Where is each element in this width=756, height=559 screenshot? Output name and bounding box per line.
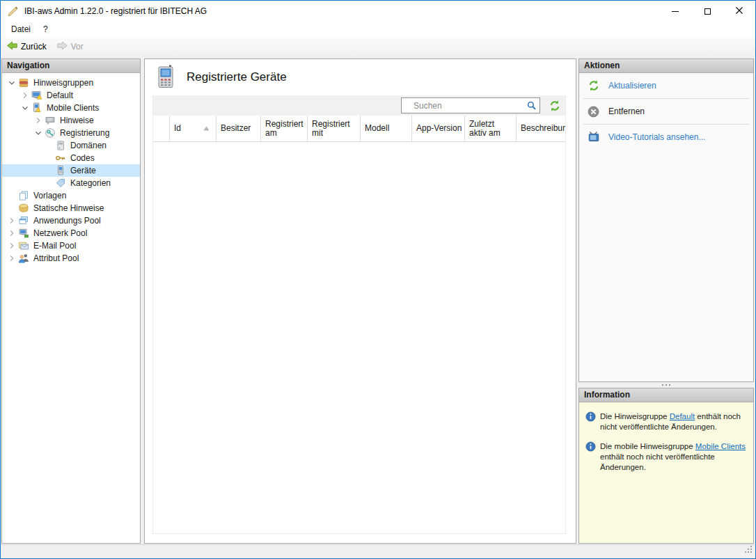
- column-id[interactable]: Id: [170, 116, 216, 141]
- tree-item-codes[interactable]: Codes: [2, 152, 140, 164]
- chevron-expanded-icon[interactable]: [19, 102, 31, 113]
- expander-spacer: [42, 152, 55, 164]
- search-box: [401, 97, 540, 113]
- column-registriert-am[interactable]: Registriert am: [261, 116, 308, 141]
- refresh-icon: [587, 79, 600, 93]
- tree-item-mobile-clients[interactable]: Mobile Clients: [2, 102, 140, 114]
- tree-item-geraete[interactable]: Geräte: [2, 164, 140, 177]
- info-text: Die Hinweisgruppe Default enthält noch n…: [600, 411, 750, 432]
- static-notices-icon: [18, 203, 29, 214]
- tree-item-default[interactable]: Default: [2, 89, 140, 102]
- chevron-collapsed-icon[interactable]: [6, 253, 18, 264]
- column-label: Beschreibung: [521, 124, 565, 133]
- column-zuletzt-aktiv[interactable]: Zuletzt aktiv am: [465, 116, 517, 141]
- column-registriert-mit[interactable]: Registriert mit: [308, 116, 361, 141]
- chevron-collapsed-icon[interactable]: [32, 115, 45, 126]
- expander-spacer: [42, 165, 55, 176]
- action-label: Video-Tutorials ansehen...: [608, 132, 705, 142]
- tree-label: Mobile Clients: [47, 103, 99, 113]
- action-entfernen[interactable]: Entfernen: [579, 99, 753, 124]
- tree-item-vorlagen[interactable]: Vorlagen: [2, 189, 140, 202]
- tree-label: Attribut Pool: [33, 253, 79, 263]
- expander-spacer: [42, 140, 55, 151]
- table-header: Id Besitzer Registriert am Registriert m…: [153, 116, 565, 142]
- navigation-header: Navigation: [2, 59, 140, 73]
- tree-item-anwendungs-pool[interactable]: Anwendungs Pool: [2, 214, 140, 227]
- link-default[interactable]: Default: [670, 412, 695, 420]
- window-controls: [659, 1, 755, 22]
- tree-label: Domänen: [70, 141, 107, 150]
- tree-item-statische-hinweise[interactable]: Statische Hinweise: [2, 202, 140, 214]
- information-content: Die Hinweisgruppe Default enthält noch n…: [579, 402, 753, 473]
- column-besitzer[interactable]: Besitzer: [216, 116, 261, 141]
- tree-item-netzwerk-pool[interactable]: Netzwerk Pool: [2, 227, 140, 239]
- app-window: IBI-aws Admin 1.22.0 - registriert für I…: [0, 0, 756, 559]
- navigation-panel: Navigation Hinweisgruppen Default Mobile…: [1, 58, 141, 544]
- chevron-collapsed-icon[interactable]: [6, 240, 18, 251]
- domain-icon: [55, 140, 66, 151]
- tree-label: Hinweise: [60, 116, 94, 125]
- column-label: Besitzer: [221, 124, 251, 133]
- speech-bubble-icon: [45, 115, 56, 126]
- tree-item-hinweisgruppen[interactable]: Hinweisgruppen: [2, 77, 140, 89]
- refresh-icon[interactable]: [548, 99, 562, 113]
- column-modell[interactable]: Modell: [361, 116, 412, 141]
- forward-button[interactable]: Vor: [54, 39, 86, 54]
- monitor-warning-icon: [31, 90, 42, 101]
- expander-spacer: [6, 203, 18, 214]
- right-column: Aktionen Aktualisieren Entfernen Video-T…: [578, 58, 754, 544]
- tree-label: E-Mail Pool: [33, 241, 76, 251]
- search-input[interactable]: [402, 98, 523, 113]
- main-header: Registrierte Geräte: [145, 59, 576, 95]
- resize-grip[interactable]: [744, 545, 753, 556]
- link-mobile-clients[interactable]: Mobile Clients: [695, 442, 746, 450]
- column-beschreibung[interactable]: Beschreibung: [517, 116, 565, 141]
- tree-item-domaenen[interactable]: Domänen: [2, 139, 140, 152]
- column-label: Id: [174, 124, 181, 133]
- tree-label: Hinweisgruppen: [33, 78, 93, 88]
- title-bar: IBI-aws Admin 1.22.0 - registriert für I…: [1, 1, 755, 22]
- column-label: App-Version: [416, 124, 462, 133]
- templates-icon: [18, 190, 29, 201]
- menu-datei[interactable]: Datei: [5, 23, 37, 36]
- panel-splitter-handle[interactable]: [578, 382, 754, 388]
- tree-label: Netzwerk Pool: [33, 228, 87, 238]
- minimize-button[interactable]: [659, 1, 691, 22]
- chevron-collapsed-icon[interactable]: [19, 90, 31, 101]
- forward-label: Vor: [71, 42, 84, 52]
- forward-arrow-icon: [56, 40, 68, 53]
- close-button[interactable]: [723, 1, 755, 22]
- column-label: Modell: [365, 124, 389, 133]
- email-icon: [18, 240, 29, 251]
- tree-label: Anwendungs Pool: [33, 216, 101, 226]
- menu-help[interactable]: ?: [37, 23, 54, 36]
- tree-item-email-pool[interactable]: E-Mail Pool: [2, 239, 140, 252]
- table-body[interactable]: [153, 142, 565, 533]
- tree-item-hinweise[interactable]: Hinweise: [2, 114, 140, 127]
- maximize-button[interactable]: [691, 1, 723, 22]
- search-icon[interactable]: [523, 100, 540, 111]
- chevron-expanded-icon[interactable]: [6, 77, 18, 88]
- column-label: Registriert mit: [312, 120, 358, 138]
- tree-item-attribut-pool[interactable]: Attribut Pool: [2, 252, 140, 265]
- sort-ascending-icon: [203, 124, 210, 133]
- attribute-pool-icon: [18, 253, 29, 264]
- chevron-collapsed-icon[interactable]: [6, 228, 18, 239]
- tree-item-registrierung[interactable]: Registrierung: [2, 127, 140, 139]
- chevron-collapsed-icon[interactable]: [6, 215, 18, 226]
- column-label: Registriert am: [265, 120, 305, 138]
- action-aktualisieren[interactable]: Aktualisieren: [579, 73, 753, 98]
- column-selector[interactable]: [153, 116, 170, 141]
- tree-label: Registrierung: [60, 128, 109, 138]
- action-video-tutorials[interactable]: Video-Tutorials ansehen...: [579, 125, 753, 150]
- navigation-tree: Hinweisgruppen Default Mobile Clients Hi…: [2, 73, 140, 265]
- tree-item-kategorien[interactable]: Kategorien: [2, 177, 140, 189]
- back-label: Zurück: [21, 42, 47, 52]
- tree-label: Kategorien: [70, 178, 111, 188]
- mobile-device-large-icon: [157, 65, 175, 90]
- registration-key-icon: [45, 127, 56, 139]
- column-app-version[interactable]: App-Version: [412, 116, 465, 141]
- back-button[interactable]: Zurück: [4, 39, 49, 54]
- chevron-expanded-icon[interactable]: [32, 127, 45, 139]
- info-icon: [585, 441, 596, 454]
